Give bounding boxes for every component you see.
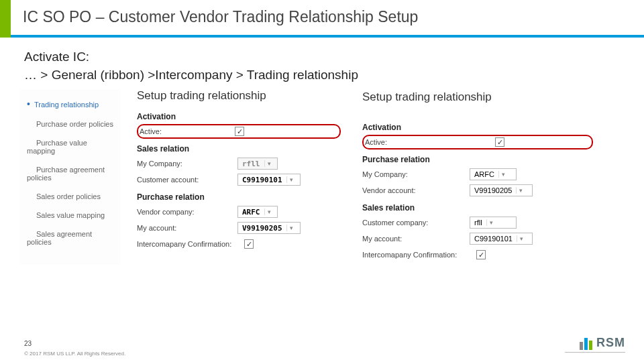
customer-company-select-right[interactable]: rfll ▾ <box>470 217 517 229</box>
customer-account-label: Customer account: <box>137 176 237 184</box>
chevron-down-icon: ▾ <box>486 219 496 226</box>
my-account-select[interactable]: V99190205 ▾ <box>237 222 301 234</box>
customer-account-value: C99190101 <box>238 176 286 184</box>
customer-company-row-right: Customer company: rfll ▾ <box>362 215 593 230</box>
center-form: Setup trading relationship Activation Ac… <box>131 89 346 265</box>
my-account-row-right: My account: C99190101 ▾ <box>362 231 593 246</box>
vendor-company-label: Vendor company: <box>137 208 237 216</box>
my-company-label-right: My Company: <box>362 170 470 178</box>
intercompany-confirmation-checkbox-right[interactable] <box>476 250 486 259</box>
chevron-down-icon: ▾ <box>498 171 508 178</box>
purchase-relation-header-right: Purchase relation <box>362 155 593 164</box>
right-form: Setup trading relationship Activation Ac… <box>357 89 598 265</box>
rsm-logo: RSM <box>580 336 625 350</box>
accent-bar <box>0 0 11 38</box>
chevron-down-icon: ▾ <box>517 235 526 242</box>
customer-account-select[interactable]: C99190101 ▾ <box>237 174 301 186</box>
chevron-down-icon: ▾ <box>264 208 274 215</box>
my-company-select[interactable]: rfll ▾ <box>237 158 278 170</box>
sidebar-item-sales-value-mapping[interactable]: Sales value mapping <box>20 206 121 225</box>
active-checkbox[interactable] <box>235 127 244 136</box>
intercompany-confirmation-checkbox[interactable] <box>244 239 254 249</box>
my-account-label-right: My account: <box>362 235 470 243</box>
purchase-relation-header: Purchase relation <box>137 192 341 202</box>
chevron-down-icon: ▾ <box>264 160 274 167</box>
sidebar-item-sales-order-policies[interactable]: Sales order policies <box>20 187 121 206</box>
right-form-title: Setup trading relationship <box>362 90 593 104</box>
active-row-highlight-right: Active: <box>362 135 593 149</box>
title-bar: IC SO PO – Customer Vendor Trading Relat… <box>0 0 644 38</box>
intercompany-confirmation-label: Intercomapany Confirmation: <box>137 240 244 248</box>
activation-header-right: Activation <box>362 123 593 132</box>
vendor-account-label-right: Vendor account: <box>362 186 470 194</box>
active-checkbox-right[interactable] <box>495 137 504 147</box>
logo-bars-icon <box>580 338 592 350</box>
breadcrumb-line2: … > General (ribbon) >Intercompany > Tra… <box>24 66 644 84</box>
logo-divider <box>565 352 625 353</box>
copyright: © 2017 RSM US LLP. All Rights Reserved. <box>24 351 125 357</box>
sidebar-item-purchase-value-mapping[interactable]: Purchase value mapping <box>20 133 121 160</box>
customer-company-value-right: rfll <box>470 219 486 227</box>
active-label: Active: <box>140 127 235 135</box>
intercompany-confirmation-row-right: Intercomapany Confirmation: <box>362 247 593 262</box>
sidebar-item-purchase-agreement-policies[interactable]: Purchase agreement policies <box>20 160 121 187</box>
active-row-highlight: Active: <box>137 124 341 139</box>
my-account-select-right[interactable]: C99190101 ▾ <box>470 233 533 245</box>
chevron-down-icon: ▾ <box>516 187 525 194</box>
content-panels: Trading relationship Purchase order poli… <box>0 89 644 265</box>
sidebar-item-purchase-order-policies[interactable]: Purchase order policies <box>20 115 121 133</box>
chevron-down-icon: ▾ <box>286 176 296 183</box>
vendor-company-select[interactable]: ARFC ▾ <box>237 206 278 218</box>
page-number: 23 <box>24 340 32 347</box>
vendor-account-row-right: Vendor account: V99190205 ▾ <box>362 183 593 198</box>
customer-account-row: Customer account: C99190101 ▾ <box>137 172 341 187</box>
logo-text: RSM <box>596 336 625 350</box>
my-company-value: rfll <box>238 160 264 168</box>
vendor-company-row: Vendor company: ARFC ▾ <box>137 204 341 219</box>
intercompany-confirmation-label-right: Intercomapany Confirmation: <box>362 251 476 259</box>
sales-relation-header-right: Sales relation <box>362 203 593 213</box>
my-account-value-right: C99190101 <box>470 235 517 243</box>
vendor-company-value: ARFC <box>238 208 264 217</box>
my-company-select-right[interactable]: ARFC ▾ <box>470 168 517 180</box>
intercompany-confirmation-row: Intercomapany Confirmation: <box>137 237 341 251</box>
breadcrumb-line1: Activate IC: <box>24 48 644 66</box>
chevron-down-icon: ▾ <box>286 225 296 231</box>
active-label-right: Active: <box>365 138 495 146</box>
my-company-label: My Company: <box>137 160 237 168</box>
customer-company-label-right: Customer company: <box>362 219 470 227</box>
sidebar-item-trading-relationship[interactable]: Trading relationship <box>20 93 121 115</box>
my-account-row: My account: V99190205 ▾ <box>137 221 341 235</box>
my-company-row: My Company: rfll ▾ <box>137 156 341 171</box>
sidebar-item-sales-agreement-policies[interactable]: Sales agreement policies <box>20 225 121 251</box>
my-company-row-right: My Company: ARFC ▾ <box>362 167 593 182</box>
center-form-title: Setup trading relationship <box>137 89 341 103</box>
sales-relation-header: Sales relation <box>137 144 341 154</box>
my-company-value-right: ARFC <box>470 170 498 178</box>
vendor-account-value-right: V99190205 <box>470 186 516 194</box>
breadcrumb: Activate IC: … > General (ribbon) >Inter… <box>0 38 644 89</box>
my-account-value: V99190205 <box>238 224 286 233</box>
page-title: IC SO PO – Customer Vendor Trading Relat… <box>11 0 644 38</box>
my-account-label: My account: <box>137 224 237 232</box>
vendor-account-select-right[interactable]: V99190205 ▾ <box>470 184 533 196</box>
activation-header: Activation <box>137 112 341 121</box>
sidebar: Trading relationship Purchase order poli… <box>20 89 121 265</box>
